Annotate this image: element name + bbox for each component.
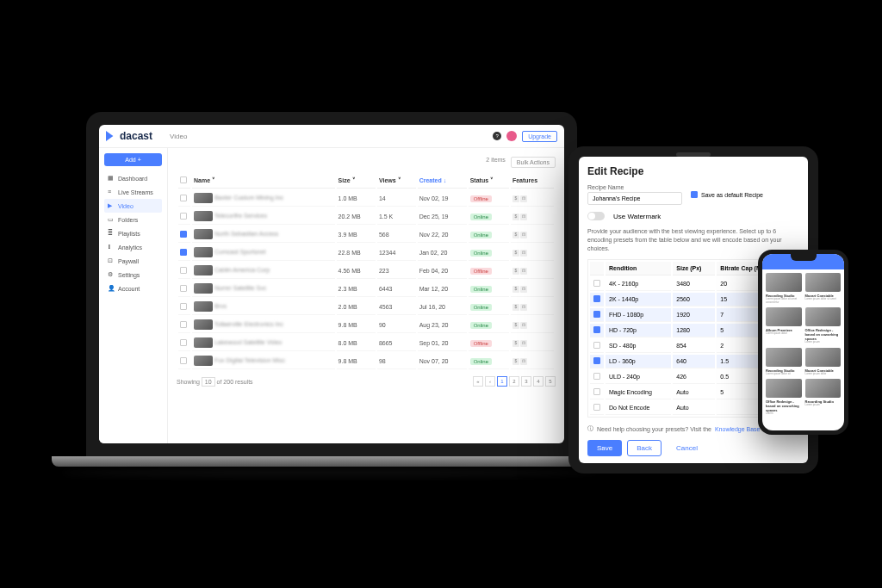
row-checkbox[interactable]: [180, 339, 187, 346]
table-row[interactable]: North Sebastian Access3.9 MB568Nov 22, 2…: [178, 226, 554, 243]
cell-features: $⊡: [511, 190, 554, 207]
nav-item-folders[interactable]: ▭Folders: [104, 213, 162, 226]
page-prev[interactable]: ‹: [485, 376, 495, 387]
nav-item-analytics[interactable]: ⫿Analytics: [104, 240, 162, 254]
col-size[interactable]: Size ˅: [337, 173, 376, 189]
preset-name: LD - 360p: [606, 355, 671, 368]
table-row[interactable]: Comcast Sportsnet22.8 MB12344Jan 02, 20O…: [178, 244, 554, 261]
save-button[interactable]: Save: [587, 440, 622, 456]
preset-checkbox[interactable]: [593, 342, 600, 349]
phone-card[interactable]: Office Redesign - based on coworking spa…: [805, 307, 842, 344]
phone-card[interactable]: Mozart ConstableLorem ipsum dolor sit am…: [805, 273, 842, 304]
table-row[interactable]: Fox Digital Television Misc9.8 MB98Nov 0…: [178, 353, 554, 369]
avatar[interactable]: [506, 131, 517, 141]
preset-checkbox[interactable]: [593, 311, 600, 318]
status-badge: Online: [470, 358, 492, 365]
upgrade-button[interactable]: Upgrade: [522, 131, 557, 142]
recipe-name-input[interactable]: [587, 192, 682, 205]
nav-item-video[interactable]: ▶Video: [104, 199, 162, 213]
page-1[interactable]: 1: [497, 376, 507, 387]
add-button[interactable]: Add +: [104, 153, 162, 166]
row-checkbox[interactable]: [180, 357, 187, 364]
preset-checkbox[interactable]: [593, 373, 600, 380]
table-row[interactable]: Cablin America Corp4.56 MB223Feb 04, 20O…: [178, 263, 554, 279]
page-5[interactable]: 5: [545, 376, 556, 387]
preset-checkbox[interactable]: [593, 388, 600, 395]
nav-icon: ≣: [108, 230, 115, 237]
table-row[interactable]: Baxter Custom Mining Inc1.0 MB14Nov 02, …: [178, 190, 554, 207]
pagination: Showing 10 of 200 results «‹12345: [177, 371, 556, 392]
table-row[interactable]: Lakewood Satellite Video8.0 MB8665Sep 01…: [178, 335, 554, 351]
cell-views: 6443: [377, 281, 416, 297]
cell-views: 8665: [377, 335, 416, 351]
phone-card[interactable]: Recording StudioLorem ipsum dolor sit am…: [766, 273, 802, 304]
nav-item-account[interactable]: 👤Account: [104, 282, 162, 295]
feature-icon: ⊡: [520, 195, 527, 202]
feature-icon: $: [512, 214, 519, 220]
table-row[interactable]: Nurrer Satellite Svc2.3 MB6443Mar 12, 20…: [178, 281, 554, 297]
card-text: Lorem ipsum: [805, 404, 842, 407]
cell-views: 223: [377, 263, 416, 279]
table-row[interactable]: Tollaerville Electronics Inc9.8 MB90Aug …: [178, 317, 554, 333]
phone-card[interactable]: Recording StudioLorem ipsum: [805, 379, 842, 416]
status-badge: Online: [470, 250, 492, 257]
cell-size: 9.8 MB: [337, 353, 376, 369]
phone-card[interactable]: Recording StudioLorem ipsum dolor sit: [766, 348, 802, 376]
back-button[interactable]: Back: [627, 440, 662, 456]
help-icon[interactable]: ?: [493, 132, 501, 140]
kb-link[interactable]: Knowledge Base: [715, 426, 761, 432]
per-page-select[interactable]: 10: [202, 377, 215, 387]
card-thumbnail: [805, 273, 842, 292]
col-views[interactable]: Views ˅: [377, 173, 416, 189]
feature-icon: ⊡: [520, 214, 527, 220]
col-name[interactable]: Name ˅: [192, 173, 335, 189]
page-4[interactable]: 4: [533, 376, 543, 387]
row-checkbox[interactable]: [180, 285, 187, 292]
bulk-actions-button[interactable]: Bulk Actions: [511, 157, 556, 168]
nav-item-dashboard[interactable]: ▦Dashboard: [104, 171, 162, 185]
default-recipe-checkbox[interactable]: Save as default Recipe: [691, 191, 763, 198]
preset-name: 2K - 1440p: [606, 293, 671, 306]
preset-size: Auto: [673, 386, 715, 399]
video-thumbnail: [194, 301, 213, 312]
phone-card[interactable]: Album PremiereLorem ipsum dolor: [766, 307, 802, 344]
cell-size: 3.9 MB: [337, 226, 376, 243]
cancel-button[interactable]: Cancel: [667, 440, 707, 456]
card-title: Office Redesign - based on coworking spa…: [766, 399, 802, 412]
row-checkbox[interactable]: [180, 195, 187, 201]
preset-size: 426: [673, 370, 715, 384]
nav-item-live-streams[interactable]: ≡Live Streams: [104, 185, 162, 199]
select-all-checkbox[interactable]: [180, 176, 187, 183]
nav-item-settings[interactable]: ⚙Settings: [104, 268, 162, 282]
row-checkbox[interactable]: [180, 321, 187, 328]
page-2[interactable]: 2: [509, 376, 519, 387]
table-row[interactable]: Telecorifre Services20.2 MB1.5 KDec 25, …: [178, 208, 554, 225]
row-checkbox[interactable]: [180, 249, 187, 256]
page-prev[interactable]: «: [473, 376, 483, 387]
page-3[interactable]: 3: [521, 376, 531, 387]
col-created[interactable]: Created ↓: [418, 173, 467, 189]
row-checkbox[interactable]: [180, 231, 187, 238]
row-checkbox[interactable]: [180, 267, 187, 274]
feature-icon: $: [512, 322, 519, 329]
nav-item-playlists[interactable]: ≣Playlists: [104, 226, 162, 240]
feature-icon: $: [512, 250, 519, 257]
phone-card[interactable]: Mozart ConstableLorem ipsum dolor: [805, 348, 842, 376]
nav-icon: ≡: [108, 189, 115, 195]
nav-item-paywall[interactable]: ⊡Paywall: [104, 254, 162, 268]
col-status[interactable]: Status ˅: [469, 173, 509, 189]
feature-icon: $: [512, 195, 519, 202]
cell-features: $⊡: [511, 208, 554, 225]
row-checkbox[interactable]: [180, 303, 187, 310]
phone-card[interactable]: Office Redesign - based on coworking spa…: [766, 379, 802, 416]
watermark-toggle[interactable]: [587, 212, 605, 220]
preset-checkbox[interactable]: [593, 357, 600, 364]
preset-checkbox[interactable]: [593, 404, 600, 411]
video-name: Tollaerville Electronics Inc: [214, 321, 283, 327]
video-name: Fox Digital Television Misc: [214, 357, 285, 363]
preset-checkbox[interactable]: [593, 295, 600, 302]
preset-checkbox[interactable]: [593, 280, 600, 287]
preset-checkbox[interactable]: [593, 326, 600, 333]
table-row[interactable]: Brvs2.0 MB4563Jul 16, 20Online$⊡: [178, 299, 554, 315]
row-checkbox[interactable]: [180, 213, 187, 220]
